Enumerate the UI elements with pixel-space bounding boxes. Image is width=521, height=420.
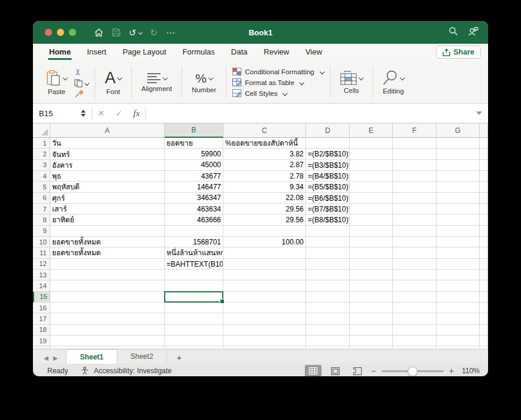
cell-G11[interactable] xyxy=(437,247,480,258)
cell-G15[interactable] xyxy=(437,292,480,303)
cell-B4[interactable]: 43677 xyxy=(165,171,223,182)
cell-partial-1[interactable] xyxy=(480,138,488,149)
conditional-formatting-chevron-icon[interactable] xyxy=(320,69,325,74)
cell-C4[interactable]: 2.78 xyxy=(223,171,306,182)
formula-bar-expand-icon[interactable] xyxy=(476,111,482,115)
cell-E2[interactable] xyxy=(350,149,393,159)
cell-F10[interactable] xyxy=(393,237,437,247)
cell-C13[interactable] xyxy=(223,270,306,280)
cell-B18[interactable] xyxy=(165,325,223,336)
sheet-tab-sheet1[interactable]: Sheet1 xyxy=(66,349,117,364)
zoom-out-button[interactable]: − xyxy=(371,367,376,375)
cell-C12[interactable] xyxy=(223,259,306,270)
select-all-corner[interactable] xyxy=(33,123,50,138)
row-header-6[interactable]: 6 xyxy=(33,193,50,204)
cell-F11[interactable] xyxy=(393,247,437,258)
cell-E5[interactable] xyxy=(350,182,393,192)
cell-B9[interactable] xyxy=(165,226,223,237)
cell-E17[interactable] xyxy=(350,313,393,324)
cell-D17[interactable] xyxy=(306,313,350,324)
cell-G12[interactable] xyxy=(437,259,480,270)
cell-F7[interactable] xyxy=(393,204,437,214)
accessibility-label[interactable]: Accessibility: Investigate xyxy=(94,367,172,375)
alignment-button[interactable]: Alignment xyxy=(138,71,175,93)
cancel-button[interactable]: ✕ xyxy=(92,108,110,118)
cell-A17[interactable] xyxy=(50,313,165,324)
row-header-12[interactable]: 12 xyxy=(33,259,50,270)
column-header-B[interactable]: B xyxy=(165,123,223,138)
column-header-partial[interactable] xyxy=(480,123,488,138)
row-header-11[interactable]: 11 xyxy=(33,247,50,258)
cell-G4[interactable] xyxy=(437,171,480,182)
stepper-up-icon[interactable] xyxy=(81,110,86,113)
cell-C9[interactable] xyxy=(223,226,306,237)
cell-B2[interactable]: 59900 xyxy=(165,149,223,159)
add-sheet-button[interactable]: + xyxy=(167,352,192,362)
cell-F1[interactable] xyxy=(393,138,437,149)
row-header-16[interactable]: 16 xyxy=(33,303,50,313)
cell-F6[interactable] xyxy=(393,193,437,204)
stepper-down-icon[interactable] xyxy=(81,114,86,117)
cell-G20[interactable] xyxy=(437,346,480,349)
formula-input[interactable] xyxy=(146,104,476,123)
column-header-A[interactable]: A xyxy=(50,123,165,138)
cell-C2[interactable]: 3.82 xyxy=(223,149,306,159)
cell-G5[interactable] xyxy=(437,182,480,192)
row-header-15[interactable]: 15 xyxy=(33,292,50,303)
cell-D12[interactable] xyxy=(306,259,350,270)
row-header-3[interactable]: 3 xyxy=(33,160,50,171)
cell-F17[interactable] xyxy=(393,313,437,324)
cell-B6[interactable]: 346347 xyxy=(165,193,223,204)
cell-E1[interactable] xyxy=(350,138,393,149)
cell-G1[interactable] xyxy=(437,138,480,149)
row-header-14[interactable]: 14 xyxy=(33,280,50,291)
cell-F2[interactable] xyxy=(393,149,437,159)
cell-F13[interactable] xyxy=(393,270,437,280)
cell-partial-15[interactable] xyxy=(480,292,488,303)
row-header-9[interactable]: 9 xyxy=(33,226,50,237)
cell-C3[interactable]: 2.87 xyxy=(223,160,306,171)
conditional-formatting-button[interactable]: Conditional Formatting xyxy=(232,68,324,75)
cell-D10[interactable] xyxy=(306,237,350,247)
cell-G16[interactable] xyxy=(437,303,480,313)
cell-E4[interactable] xyxy=(350,171,393,182)
cell-B14[interactable] xyxy=(165,280,223,291)
cell-E10[interactable] xyxy=(350,237,393,247)
cell-D13[interactable] xyxy=(306,270,350,280)
cell-partial-2[interactable] xyxy=(480,149,488,159)
cell-E18[interactable] xyxy=(350,325,393,336)
page-break-view-button[interactable] xyxy=(349,365,366,376)
tab-insert[interactable]: Insert xyxy=(86,45,108,61)
cell-D7[interactable]: =(B7/$B$10)*100 xyxy=(306,204,350,214)
cell-C10[interactable]: 100.00 xyxy=(223,237,306,247)
cell-styles-button[interactable]: Cell Styles xyxy=(232,89,324,97)
cell-C18[interactable] xyxy=(223,325,306,336)
format-as-table-button[interactable]: Format as Table xyxy=(232,78,324,86)
undo-chevron-icon[interactable] xyxy=(138,30,143,34)
zoom-slider[interactable] xyxy=(381,367,444,375)
cell-F15[interactable] xyxy=(393,292,437,303)
cell-F5[interactable] xyxy=(393,182,437,192)
cell-G10[interactable] xyxy=(437,237,480,247)
tab-formulas[interactable]: Formulas xyxy=(181,45,216,61)
share-button[interactable]: Share xyxy=(436,46,481,59)
cell-G9[interactable] xyxy=(437,226,480,237)
cell-C14[interactable] xyxy=(223,280,306,291)
minimize-button[interactable] xyxy=(57,29,64,36)
cell-C17[interactable] xyxy=(223,313,306,324)
cell-A5[interactable]: พฤหัสบดี xyxy=(50,182,165,192)
cell-partial-10[interactable] xyxy=(480,237,488,247)
cell-partial-3[interactable] xyxy=(480,160,488,171)
fill-handle[interactable] xyxy=(220,299,225,304)
column-header-D[interactable]: D xyxy=(306,123,350,138)
tab-data[interactable]: Data xyxy=(230,45,249,61)
number-button[interactable]: % Number xyxy=(188,71,220,95)
cell-partial-17[interactable] xyxy=(480,313,488,324)
cell-C11[interactable] xyxy=(223,247,306,258)
cell-partial-13[interactable] xyxy=(480,270,488,280)
cell-F9[interactable] xyxy=(393,226,437,237)
sheet-tab-sheet2[interactable]: Sheet2 xyxy=(117,349,167,363)
cell-D11[interactable] xyxy=(306,247,350,258)
copy-chevron-icon[interactable] xyxy=(84,80,89,85)
row-header-10[interactable]: 10 xyxy=(33,237,50,247)
